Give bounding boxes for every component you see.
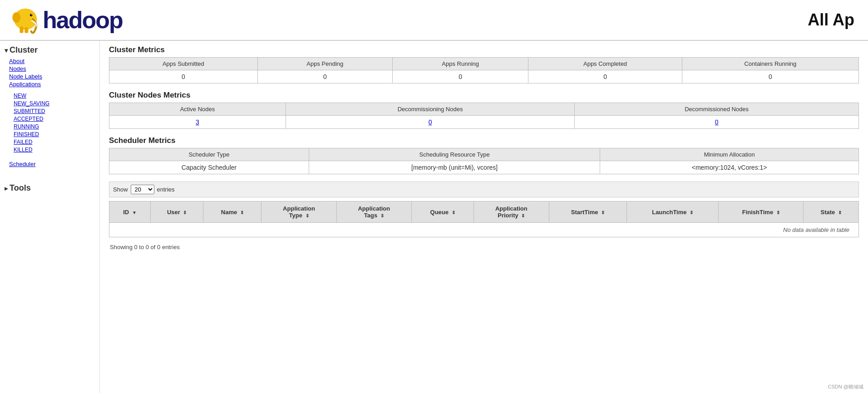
table-footer: Showing 0 to 0 of 0 entries [109, 242, 859, 252]
col-application-type-label: ApplicationType [283, 205, 315, 219]
sidebar-item-failed[interactable]: FAILED [14, 138, 95, 145]
cluster-metrics-header-row: Apps Submitted Apps Pending Apps Running… [109, 58, 859, 70]
tools-section-title[interactable]: Tools [5, 183, 95, 193]
cluster-metrics-data-row: 0 0 0 0 0 [109, 70, 859, 84]
page-title: All Ap [808, 10, 859, 29]
col-name[interactable]: Name ⇕ [203, 201, 261, 223]
col-scheduler-type: Scheduler Type [109, 148, 309, 161]
col-launch-time[interactable]: LaunchTime ⇕ [627, 201, 719, 223]
col-apps-completed: Apps Completed [528, 58, 682, 70]
val-scheduling-resource-type: [memory-mb (unit=Mi), vcores] [309, 161, 600, 174]
col-launch-time-sort-icon: ⇕ [690, 210, 693, 215]
entries-select[interactable]: 10 20 50 100 [131, 185, 154, 194]
sidebar-item-submitted[interactable]: SUBMITTED [14, 108, 95, 114]
val-decommissioned-nodes: 0 [575, 116, 859, 129]
applications-data-table: ID ▼ User ⇕ Name ⇕ ApplicationType ⇕ [109, 201, 859, 237]
col-apps-pending: Apps Pending [257, 58, 392, 70]
col-queue-label: Queue [430, 209, 449, 216]
col-id-label: ID [123, 209, 129, 216]
sidebar-item-running[interactable]: RUNNING [14, 123, 95, 130]
cluster-nodes-metrics-table: Active Nodes Decommissioning Nodes Decom… [109, 103, 859, 129]
cluster-nodes-metrics-title: Cluster Nodes Metrics [109, 91, 859, 100]
col-id-sort-icon: ▼ [132, 210, 137, 215]
sidebar-item-about[interactable]: About [9, 58, 95, 64]
no-data-row: No data available in table [109, 223, 859, 237]
col-start-time-sort-icon: ⇕ [601, 210, 605, 215]
col-application-tags-label: ApplicationTags [358, 205, 390, 219]
col-queue[interactable]: Queue ⇕ [412, 201, 474, 223]
no-data-cell: No data available in table [109, 223, 859, 237]
show-label: Show [113, 186, 128, 193]
col-queue-sort-icon: ⇕ [452, 210, 455, 215]
sidebar-item-killed[interactable]: KILLED [14, 146, 95, 153]
cluster-nodes-data-row: 3 0 0 [109, 116, 859, 129]
watermark: CSDN @晓倾城 [828, 383, 863, 390]
col-user-sort-icon: ⇕ [183, 210, 187, 215]
cluster-nodes-header-row: Active Nodes Decommissioning Nodes Decom… [109, 103, 859, 116]
col-state-sort-icon: ⇕ [838, 210, 842, 215]
col-apps-running: Apps Running [393, 58, 528, 70]
sidebar-item-finished[interactable]: FINISHED [14, 131, 95, 138]
cluster-metrics-title: Cluster Metrics [109, 45, 859, 54]
show-entries-bar: Show 10 20 50 100 entries [109, 182, 859, 197]
col-start-time[interactable]: StartTime ⇕ [549, 201, 627, 223]
col-start-time-label: StartTime [571, 209, 598, 216]
val-apps-pending: 0 [257, 70, 392, 84]
col-id[interactable]: ID ▼ [109, 201, 151, 223]
sidebar-item-node-labels[interactable]: Node Labels [9, 73, 95, 80]
layout: Cluster About Nodes Node Labels Applicat… [0, 41, 868, 393]
val-minimum-allocation: <memory:1024, vCores:1> [600, 161, 859, 174]
sidebar-item-nodes[interactable]: Nodes [9, 65, 95, 72]
col-finish-time[interactable]: FinishTime ⇕ [719, 201, 804, 223]
val-apps-submitted: 0 [109, 70, 258, 84]
col-state-label: State [821, 209, 835, 216]
logo-text: hadoop [43, 6, 123, 34]
col-user-label: User [167, 209, 180, 216]
col-decommissioned-nodes: Decommissioned Nodes [575, 103, 859, 116]
col-minimum-allocation: Minimum Allocation [600, 148, 859, 161]
cluster-metrics-table: Apps Submitted Apps Pending Apps Running… [109, 57, 859, 84]
col-apps-submitted: Apps Submitted [109, 58, 258, 70]
col-state[interactable]: State ⇕ [804, 201, 859, 223]
col-application-priority[interactable]: ApplicationPriority ⇕ [474, 201, 549, 223]
entries-label: entries [157, 186, 175, 193]
sidebar: Cluster About Nodes Node Labels Applicat… [0, 41, 100, 393]
svg-point-2 [12, 12, 20, 23]
svg-point-3 [30, 14, 32, 16]
col-application-type[interactable]: ApplicationType ⇕ [261, 201, 336, 223]
val-decommissioning-nodes: 0 [286, 116, 574, 129]
hadoop-elephant-icon [9, 4, 42, 36]
logo-area: hadoop [9, 4, 123, 36]
sidebar-item-accepted[interactable]: ACCEPTED [14, 115, 95, 122]
col-launch-time-label: LaunchTime [652, 209, 686, 216]
col-decommissioning-nodes: Decommissioning Nodes [286, 103, 574, 116]
col-name-sort-icon: ⇕ [240, 210, 244, 215]
scheduler-metrics-data-row: Capacity Scheduler [memory-mb (unit=Mi),… [109, 161, 859, 174]
cluster-section-title[interactable]: Cluster [5, 45, 95, 55]
sidebar-item-new[interactable]: NEW [14, 92, 95, 99]
col-active-nodes: Active Nodes [109, 103, 286, 116]
col-name-label: Name [221, 209, 237, 216]
scheduler-metrics-header-row: Scheduler Type Scheduling Resource Type … [109, 148, 859, 161]
val-apps-running: 0 [393, 70, 528, 84]
main-content: Cluster Metrics Apps Submitted Apps Pend… [100, 41, 868, 393]
scheduler-nav: Scheduler [5, 161, 95, 167]
col-scheduling-resource-type: Scheduling Resource Type [309, 148, 600, 161]
svg-point-4 [31, 14, 32, 15]
sidebar-item-applications[interactable]: Applications [9, 81, 95, 88]
scheduler-metrics-table: Scheduler Type Scheduling Resource Type … [109, 148, 859, 174]
col-user[interactable]: User ⇕ [151, 201, 203, 223]
val-active-nodes: 3 [109, 116, 286, 129]
col-finish-time-label: FinishTime [742, 209, 773, 216]
header: hadoop All Ap [0, 0, 868, 41]
col-finish-time-sort-icon: ⇕ [776, 210, 780, 215]
svg-rect-5 [20, 26, 23, 33]
col-application-tags[interactable]: ApplicationTags ⇕ [336, 201, 411, 223]
val-scheduler-type: Capacity Scheduler [109, 161, 309, 174]
svg-rect-6 [25, 27, 28, 33]
cluster-nav: About Nodes Node Labels Applications [5, 58, 95, 88]
sidebar-item-scheduler[interactable]: Scheduler [9, 161, 36, 167]
applications-subnav: NEW NEW_SAVING SUBMITTED ACCEPTED RUNNIN… [5, 92, 95, 153]
sidebar-item-new-saving[interactable]: NEW_SAVING [14, 100, 95, 107]
val-apps-completed: 0 [528, 70, 682, 84]
